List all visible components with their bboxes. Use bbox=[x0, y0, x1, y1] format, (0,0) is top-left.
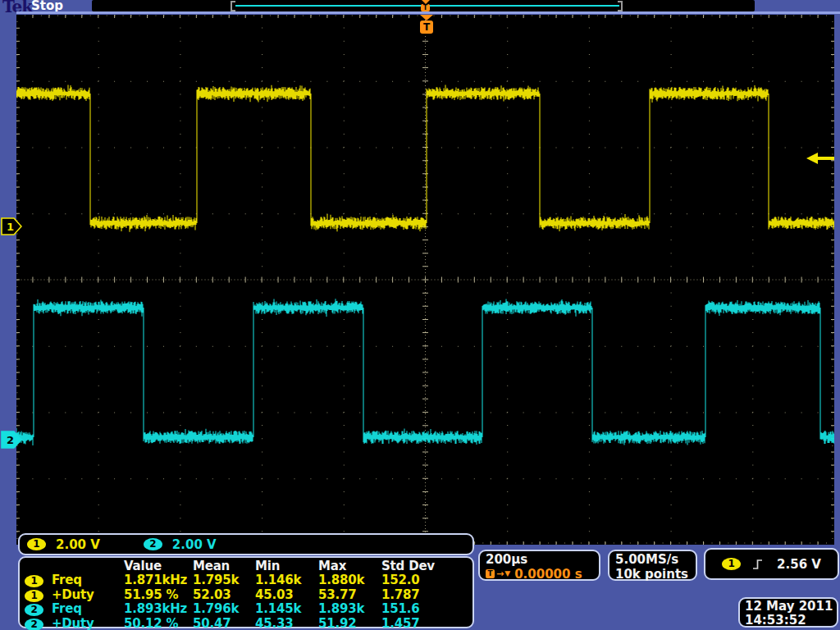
time-value: 14:53:52 bbox=[745, 614, 837, 628]
record-view-bar: T bbox=[92, 0, 755, 11]
ch1-scale-value: 2.00 V bbox=[56, 537, 100, 552]
datetime-readout: 12 May 2011 14:53:52 bbox=[738, 597, 838, 628]
measurement-row: 1 +Duty 51.95 % 52.03 45.03 53.77 1.787 bbox=[25, 587, 472, 601]
channel-scale-readout: 1 2.00 V 2 2.00 V bbox=[18, 533, 474, 555]
timebase-scale: 200µs bbox=[486, 552, 599, 567]
right-arrow-icon: → bbox=[496, 569, 504, 578]
svg-text:2: 2 bbox=[7, 434, 14, 446]
trigger-level-arrow-icon bbox=[806, 153, 818, 164]
rising-edge-slope-icon bbox=[752, 558, 764, 571]
trigger-t-icon: T bbox=[486, 569, 495, 578]
timebase-readout: 200µs T → ▼ 0.00000 s bbox=[478, 550, 600, 581]
col-header-value: Value bbox=[124, 559, 193, 573]
trigger-level-value: 2.56 V bbox=[777, 557, 821, 572]
measurement-row: 1 Freq 1.871kHz 1.795k 1.146k 1.880k 152… bbox=[25, 573, 472, 587]
ch2-ground-marker: 2 bbox=[1, 431, 22, 449]
record-window-bracket-right-icon bbox=[618, 1, 623, 11]
trigger-position-mini-marker: T bbox=[421, 0, 430, 11]
ch1-badge: 1 bbox=[27, 538, 46, 550]
oscilloscope-screen: Tek Stop T T 1 2 1 2.00 V 2 2.00 V bbox=[0, 0, 840, 630]
ch1-ground-marker: 1 bbox=[1, 217, 22, 235]
trigger-source-badge: 1 bbox=[722, 558, 741, 570]
sample-rate-readout: 5.00MS/s 10k points bbox=[608, 550, 697, 581]
col-header-max: Max bbox=[318, 559, 381, 573]
col-header-min: Min bbox=[255, 559, 318, 573]
ch1-badge: 1 bbox=[25, 575, 43, 587]
trigger-triangle-icon bbox=[420, 15, 433, 21]
trigger-position-readout: T → ▼ 0.00000 s bbox=[486, 567, 599, 581]
trigger-t-icon: T bbox=[420, 21, 433, 34]
ch1-waveform bbox=[16, 85, 834, 232]
trigger-position-marker: T bbox=[420, 15, 433, 34]
sample-rate-value: 5.00MS/s bbox=[615, 552, 696, 567]
measurement-row: 2 +Duty 50.12 % 50.47 45.33 51.92 1.457 bbox=[25, 616, 472, 630]
ch2-badge: 2 bbox=[25, 619, 43, 630]
measurement-header-row: Value Mean Min Max Std Dev bbox=[25, 559, 472, 573]
measurement-row: 2 Freq 1.893kHz 1.796k 1.145k 1.893k 151… bbox=[25, 601, 472, 615]
trigger-readout: 1 2.56 V bbox=[704, 548, 839, 580]
down-triangle-icon: ▼ bbox=[504, 569, 510, 578]
ch2-scale-value: 2.00 V bbox=[172, 537, 217, 552]
svg-text:1: 1 bbox=[7, 221, 14, 233]
ch2-badge: 2 bbox=[25, 604, 43, 616]
col-header-mean: Mean bbox=[193, 559, 255, 573]
trigger-position-value: 0.00000 s bbox=[514, 567, 582, 582]
trigger-level-arrow-tail bbox=[818, 157, 834, 160]
date-value: 12 May 2011 bbox=[745, 600, 837, 614]
measurement-panel: Value Mean Min Max Std Dev 1 Freq 1.871k… bbox=[18, 556, 474, 628]
trigger-t-icon: T bbox=[421, 4, 430, 11]
col-header-stddev: Std Dev bbox=[381, 559, 472, 573]
acquisition-status: Stop bbox=[31, 0, 63, 12]
record-length-value: 10k points bbox=[615, 567, 696, 582]
separator bbox=[16, 11, 840, 14]
tek-logo: Tek bbox=[2, 0, 32, 16]
waveform-display: T bbox=[16, 15, 834, 545]
ch1-badge: 1 bbox=[25, 590, 43, 602]
ch2-badge: 2 bbox=[144, 538, 162, 550]
graticule-and-waveforms bbox=[16, 15, 834, 545]
